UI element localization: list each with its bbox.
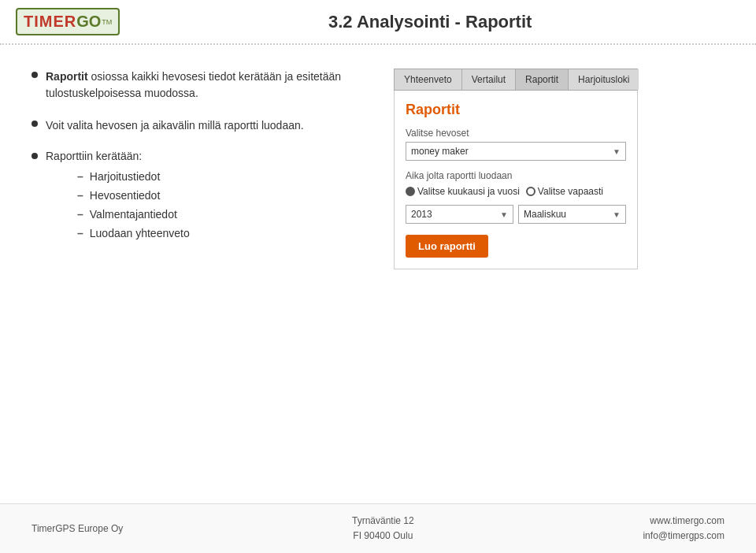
tab-vertailut[interactable]: Vertailut [462, 69, 516, 90]
radio-free-option[interactable]: Valitse vapaasti [526, 186, 603, 197]
horse-label: Valitse hevoset [406, 128, 626, 139]
tab-harjoitusloki[interactable]: Harjoitusloki [569, 69, 639, 90]
left-column: Raportit osiossa kaikki hevosesi tiedot … [32, 69, 362, 480]
bullet-dot-1 [32, 72, 38, 78]
bullet-item-2: Voit valita hevosen ja aikavälin millä r… [32, 117, 362, 134]
main-content: Raportit osiossa kaikki hevosesi tiedot … [0, 45, 756, 503]
chevron-down-icon: ▼ [613, 210, 621, 219]
time-label: Aika jolta raportti luodaan [406, 170, 626, 181]
radio-month-label: Valitse kuukausi ja vuosi [417, 186, 520, 197]
footer: TimerGPS Europe Oy Tyrnäväntie 12 FI 904… [0, 503, 756, 553]
month-dropdown[interactable]: Maaliskuu ▼ [518, 205, 626, 224]
date-row: 2013 ▼ Maaliskuu ▼ [406, 205, 626, 224]
bullet-item-1: Raportit osiossa kaikki hevosesi tiedot … [32, 69, 362, 102]
radio-month-option[interactable]: Valitse kuukausi ja vuosi [406, 186, 520, 197]
radio-month-circle [406, 187, 415, 196]
header: TIMERGOTM 3.2 Analysointi - Raportit [0, 0, 756, 45]
list-item: – Harjoitustiedot [77, 170, 190, 183]
footer-center: Tyrnäväntie 12 FI 90400 Oulu [352, 514, 414, 544]
year-dropdown[interactable]: 2013 ▼ [406, 205, 513, 224]
bullet3-label: Raporttiin kerätään: [46, 150, 142, 162]
bullet1-strong: Raportit [46, 70, 88, 83]
bullet-text-1: Raportit osiossa kaikki hevosesi tiedot … [46, 69, 362, 102]
list-item: – Hevosentiedot [77, 189, 190, 202]
bullet-dot-3 [32, 153, 38, 159]
logo-box: TIMERGOTM [16, 8, 120, 35]
bullet1-rest: osiossa kaikki hevosesi tiedot kerätään … [46, 70, 341, 99]
radio-free-circle [526, 187, 536, 196]
report-panel: Raportit Valitse hevoset money maker ▼ A… [394, 91, 638, 269]
footer-email: info@timergps.com [643, 529, 724, 544]
chevron-down-icon: ▼ [500, 210, 508, 219]
tab-raportit[interactable]: Raportit [516, 69, 569, 90]
tab-yhteenveto[interactable]: Yhteenveto [395, 69, 462, 90]
sub-item-3: Valmentajantiedot [90, 208, 177, 221]
bullet-text-2: Voit valita hevosen ja aikavälin millä r… [46, 117, 304, 134]
bullet-dot-2 [32, 121, 38, 127]
dash-icon: – [77, 208, 83, 221]
bullet-text-3: Raporttiin kerätään: – Harjoitustiedot –… [46, 150, 190, 246]
footer-address-line1: Tyrnäväntie 12 [352, 514, 414, 529]
year-value: 2013 [411, 209, 432, 220]
radio-row: Valitse kuukausi ja vuosi Valitse vapaas… [406, 186, 626, 197]
logo: TIMERGOTM [16, 8, 120, 35]
logo-timer: TIMER [24, 13, 76, 31]
report-panel-title: Raportit [406, 102, 626, 118]
footer-right: www.timergo.com info@timergps.com [643, 514, 724, 544]
create-report-button[interactable]: Luo raportti [406, 235, 488, 258]
logo-go: GO [76, 13, 101, 31]
logo-tm: TM [102, 18, 112, 26]
footer-website: www.timergo.com [643, 514, 724, 529]
list-item: – Luodaan yhteenveto [77, 227, 190, 239]
sub-item-4: Luodaan yhteenveto [90, 227, 190, 239]
sub-item-2: Hevosentiedot [90, 189, 161, 202]
sub-list: – Harjoitustiedot – Hevosentiedot – Valm… [77, 170, 190, 239]
bullet-item-3: Raporttiin kerätään: – Harjoitustiedot –… [32, 150, 362, 246]
footer-address-line2: FI 90400 Oulu [352, 529, 414, 544]
month-value: Maaliskuu [524, 209, 566, 220]
footer-left: TimerGPS Europe Oy [32, 523, 123, 534]
page-title: 3.2 Analysointi - Raportit [120, 12, 740, 32]
radio-free-label: Valitse vapaasti [538, 186, 603, 197]
dash-icon: – [77, 189, 83, 202]
horse-dropdown[interactable]: money maker ▼ [406, 142, 626, 161]
dash-icon: – [77, 227, 83, 239]
right-column: Yhteenveto Vertailut Raportit Harjoitusl… [394, 69, 638, 480]
dash-icon: – [77, 170, 83, 183]
sub-item-1: Harjoitustiedot [90, 170, 161, 183]
list-item: – Valmentajantiedot [77, 208, 190, 221]
horse-value: money maker [411, 146, 469, 157]
tab-bar: Yhteenveto Vertailut Raportit Harjoitusl… [394, 69, 638, 91]
chevron-down-icon: ▼ [613, 147, 621, 156]
